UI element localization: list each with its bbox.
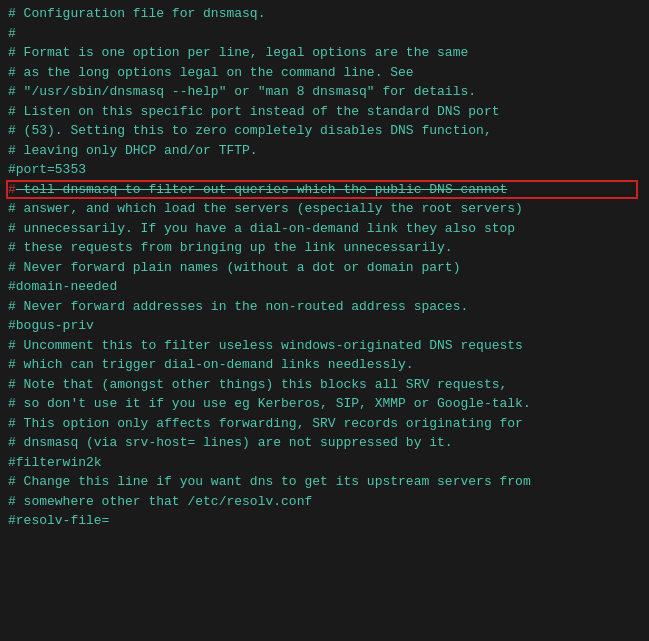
code-line: # answer, and which load the servers (es…	[8, 199, 641, 219]
code-line: # somewhere other that /etc/resolv.conf	[8, 492, 641, 512]
code-line: # so don't use it if you use eg Kerberos…	[8, 394, 641, 414]
code-line: #filterwin2k	[8, 453, 641, 473]
code-line: #bogus-priv	[8, 316, 641, 336]
code-line: # Format is one option per line, legal o…	[8, 43, 641, 63]
code-line: # unnecessarily. If you have a dial-on-d…	[8, 219, 641, 239]
code-line: # Note that (amongst other things) this …	[8, 375, 641, 395]
highlighted-line: # tell dnsmasq to filter out queries whi…	[8, 180, 638, 200]
code-line: # dnsmasq (via srv-host= lines) are not …	[8, 433, 641, 453]
code-line: # Never forward plain names (without a d…	[8, 258, 641, 278]
code-line: # This option only affects forwarding, S…	[8, 414, 641, 434]
code-line: # Configuration file for dnsmasq.	[8, 4, 641, 24]
code-line: # leaving only DHCP and/or TFTP.	[8, 141, 641, 161]
code-line: # Never forward addresses in the non-rou…	[8, 297, 641, 317]
code-line: # as the long options legal on the comma…	[8, 63, 641, 83]
code-line: # (53). Setting this to zero completely …	[8, 121, 641, 141]
code-line: # Listen on this specific port instead o…	[8, 102, 641, 122]
code-line: # Change this line if you want dns to ge…	[8, 472, 641, 492]
code-line: #port=5353	[8, 160, 641, 180]
code-line: # Uncomment this to filter useless windo…	[8, 336, 641, 356]
code-line: # "/usr/sbin/dnsmasq --help" or "man 8 d…	[8, 82, 641, 102]
code-line: # which can trigger dial-on-demand links…	[8, 355, 641, 375]
code-editor[interactable]: # Configuration file for dnsmasq.## Form…	[0, 0, 649, 641]
code-line: # tell dnsmasq to filter out queries whi…	[8, 180, 641, 200]
code-line: #	[8, 24, 641, 44]
code-line: # these requests from bringing up the li…	[8, 238, 641, 258]
code-line: #resolv-file=	[8, 511, 641, 531]
code-line: #domain-needed	[8, 277, 641, 297]
